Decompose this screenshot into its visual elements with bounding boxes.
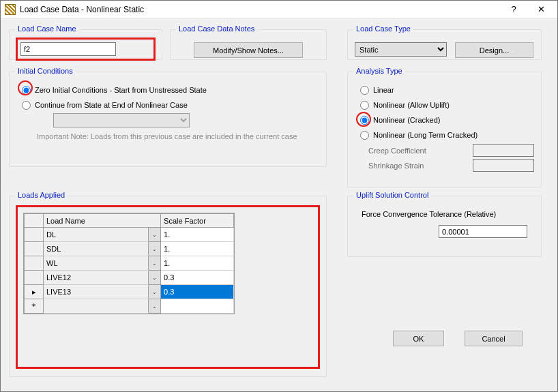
group-loads-applied: Loads Applied Load Name Scale Factor DL⌄… (9, 196, 327, 377)
cancel-button[interactable]: Cancel (465, 331, 523, 346)
group-initial-conditions: Initial Conditions Zero Initial Conditio… (9, 72, 327, 167)
dialog-content: Load Case Name Load Case Data Notes Modi… (1, 18, 557, 391)
legend-load-case-type: Load Case Type (353, 25, 413, 33)
initial-conditions-note: Important Note: Loads from this previous… (37, 132, 310, 141)
table-row[interactable]: SDL⌄1. (25, 242, 234, 256)
table-row[interactable]: ▸LIVE13⌄0.3 (25, 285, 234, 299)
label-uplift: Nonlinear (Allow Uplift) (373, 101, 450, 109)
table-row[interactable]: LIVE12⌄0.3 (25, 271, 234, 285)
legend-analysis-type: Analysis Type (353, 67, 405, 75)
label-shrink: Shrinkage Strain (368, 162, 467, 170)
group-uplift-control: Uplift Solution Control Force Convergenc… (347, 196, 542, 257)
radio-continue-state[interactable] (22, 101, 31, 110)
ok-button[interactable]: OK (393, 331, 444, 346)
titlebar: Load Case Data - Nonlinear Static ? ✕ (1, 1, 557, 18)
chevron-down-icon[interactable]: ⌄ (149, 228, 161, 242)
load-case-name-input[interactable] (20, 42, 116, 56)
radio-linear[interactable] (360, 86, 369, 95)
legend-load-case-name: Load Case Name (15, 25, 79, 33)
table-row[interactable]: DL⌄1. (25, 228, 234, 242)
app-icon (5, 4, 16, 15)
label-linear: Linear (373, 86, 394, 94)
loads-grid[interactable]: Load Name Scale Factor DL⌄1. SDL⌄1. WL⌄1… (23, 213, 235, 314)
legend-uplift: Uplift Solution Control (353, 191, 431, 199)
label-longterm: Nonlinear (Long Term Cracked) (373, 131, 478, 139)
chevron-down-icon[interactable]: ⌄ (149, 256, 161, 271)
chevron-down-icon[interactable]: ⌄ (149, 242, 161, 256)
dialog-window: Load Case Data - Nonlinear Static ? ✕ Lo… (0, 0, 558, 392)
creep-input (473, 144, 534, 157)
legend-notes: Load Case Data Notes (176, 25, 257, 33)
label-zero-initial: Zero Initial Conditions - Start from Uns… (35, 86, 207, 94)
window-title: Load Case Data - Nonlinear Static (20, 5, 500, 14)
design-button[interactable]: Design... (455, 42, 533, 58)
radio-uplift[interactable] (360, 101, 369, 110)
group-analysis-type: Analysis Type Linear Nonlinear (Allow Up… (347, 72, 542, 187)
group-load-case-name: Load Case Name (9, 29, 162, 60)
group-load-case-type: Load Case Type Static Design... (347, 29, 542, 60)
radio-longterm[interactable] (360, 131, 369, 140)
chevron-down-icon[interactable]: ⌄ (149, 285, 161, 299)
radio-cracked[interactable] (360, 116, 369, 125)
close-button[interactable]: ✕ (527, 1, 555, 18)
tolerance-input[interactable] (439, 225, 527, 238)
modify-notes-button[interactable]: Modify/Show Notes... (194, 42, 303, 58)
header-scale-factor: Scale Factor (161, 214, 234, 228)
legend-initial-conditions: Initial Conditions (15, 67, 76, 75)
label-creep: Creep Coefficient (368, 147, 467, 155)
group-notes: Load Case Data Notes Modify/Show Notes..… (170, 29, 327, 60)
chevron-down-icon[interactable]: ⌄ (149, 271, 161, 285)
chevron-down-icon[interactable]: ⌄ (149, 299, 161, 314)
highlight-loads: Load Name Scale Factor DL⌄1. SDL⌄1. WL⌄1… (16, 206, 319, 368)
header-load-name: Load Name (44, 214, 161, 228)
load-case-type-select[interactable]: Static (355, 42, 447, 57)
legend-loads-applied: Loads Applied (15, 191, 68, 199)
label-cracked: Nonlinear (Cracked) (373, 116, 440, 124)
previous-case-select[interactable] (53, 113, 190, 127)
label-tolerance: Force Convergence Tolerance (Relative) (362, 210, 534, 218)
help-button[interactable]: ? (500, 1, 527, 18)
highlight-name (16, 38, 155, 60)
table-row-new[interactable]: *⌄ (25, 299, 234, 314)
shrink-input (473, 159, 534, 172)
radio-zero-initial[interactable] (22, 86, 31, 95)
grid-corner (25, 214, 44, 228)
label-continue-state: Continue from State at End of Nonlinear … (35, 101, 188, 109)
table-row[interactable]: WL⌄1. (25, 256, 234, 271)
